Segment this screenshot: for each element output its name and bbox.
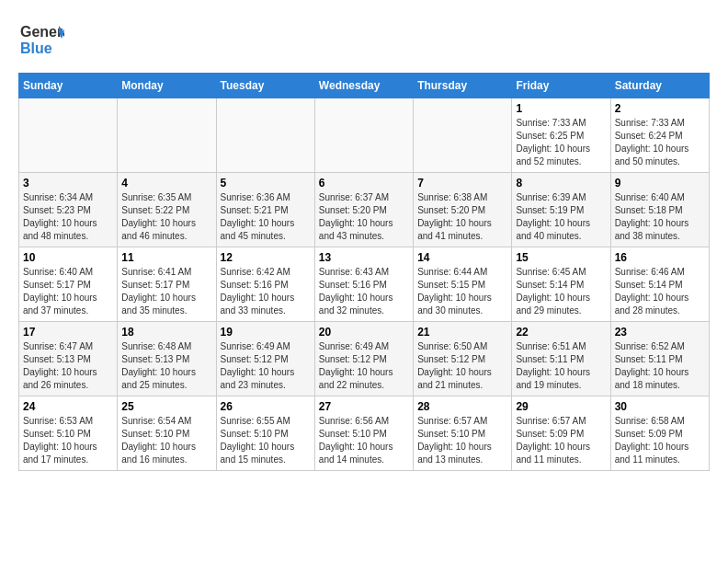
day-info: Sunrise: 6:36 AMSunset: 5:21 PMDaylight:… bbox=[221, 191, 311, 243]
day-number: 14 bbox=[417, 251, 507, 264]
calendar-cell: 13Sunrise: 6:43 AMSunset: 5:16 PMDayligh… bbox=[314, 247, 413, 322]
day-number: 18 bbox=[121, 326, 211, 339]
day-info: Sunrise: 6:48 AMSunset: 5:13 PMDaylight:… bbox=[121, 340, 211, 392]
calendar-cell: 1Sunrise: 7:33 AMSunset: 6:25 PMDaylight… bbox=[512, 98, 610, 173]
day-number: 29 bbox=[516, 400, 606, 413]
day-number: 15 bbox=[516, 251, 606, 264]
day-info: Sunrise: 6:38 AMSunset: 5:20 PMDaylight:… bbox=[417, 191, 507, 243]
day-number: 17 bbox=[23, 326, 113, 339]
day-number: 23 bbox=[615, 326, 705, 339]
calendar-cell bbox=[314, 98, 413, 173]
calendar-cell: 17Sunrise: 6:47 AMSunset: 5:13 PMDayligh… bbox=[19, 322, 118, 396]
weekday-header-thursday: Thursday bbox=[414, 74, 512, 98]
svg-text:Blue: Blue bbox=[20, 40, 52, 56]
calendar-cell: 2Sunrise: 7:33 AMSunset: 6:24 PMDaylight… bbox=[610, 98, 709, 173]
calendar-cell: 19Sunrise: 6:49 AMSunset: 5:12 PMDayligh… bbox=[216, 322, 314, 396]
calendar-week-2: 3Sunrise: 6:34 AMSunset: 5:23 PMDaylight… bbox=[19, 173, 710, 247]
day-number: 11 bbox=[121, 251, 211, 264]
day-number: 16 bbox=[615, 251, 705, 264]
calendar-table: SundayMondayTuesdayWednesdayThursdayFrid… bbox=[18, 73, 710, 471]
calendar-cell: 7Sunrise: 6:38 AMSunset: 5:20 PMDaylight… bbox=[414, 173, 512, 247]
calendar-cell: 16Sunrise: 6:46 AMSunset: 5:14 PMDayligh… bbox=[610, 247, 709, 322]
calendar-week-5: 24Sunrise: 6:53 AMSunset: 5:10 PMDayligh… bbox=[19, 396, 710, 471]
day-number: 27 bbox=[319, 400, 409, 413]
calendar-cell: 15Sunrise: 6:45 AMSunset: 5:14 PMDayligh… bbox=[512, 247, 610, 322]
calendar-cell: 11Sunrise: 6:41 AMSunset: 5:17 PMDayligh… bbox=[118, 247, 216, 322]
day-info: Sunrise: 6:49 AMSunset: 5:12 PMDaylight:… bbox=[221, 340, 311, 392]
day-info: Sunrise: 6:39 AMSunset: 5:19 PMDaylight:… bbox=[516, 191, 606, 243]
day-number: 6 bbox=[319, 177, 409, 190]
calendar-cell: 26Sunrise: 6:55 AMSunset: 5:10 PMDayligh… bbox=[216, 396, 314, 471]
calendar-week-4: 17Sunrise: 6:47 AMSunset: 5:13 PMDayligh… bbox=[19, 322, 710, 396]
day-info: Sunrise: 6:41 AMSunset: 5:17 PMDaylight:… bbox=[121, 266, 211, 317]
calendar-cell bbox=[19, 98, 118, 173]
calendar-cell: 14Sunrise: 6:44 AMSunset: 5:15 PMDayligh… bbox=[414, 247, 512, 322]
calendar-cell: 12Sunrise: 6:42 AMSunset: 5:16 PMDayligh… bbox=[216, 247, 314, 322]
day-info: Sunrise: 6:40 AMSunset: 5:17 PMDaylight:… bbox=[23, 266, 113, 317]
day-info: Sunrise: 6:57 AMSunset: 5:10 PMDaylight:… bbox=[417, 415, 507, 466]
day-number: 20 bbox=[319, 326, 409, 339]
day-info: Sunrise: 6:42 AMSunset: 5:16 PMDaylight:… bbox=[221, 266, 311, 317]
weekday-header-saturday: Saturday bbox=[610, 74, 709, 98]
day-number: 7 bbox=[417, 177, 507, 190]
day-info: Sunrise: 6:55 AMSunset: 5:10 PMDaylight:… bbox=[221, 415, 311, 466]
header: General Blue bbox=[18, 18, 710, 63]
day-info: Sunrise: 6:54 AMSunset: 5:10 PMDaylight:… bbox=[121, 415, 211, 466]
day-number: 8 bbox=[516, 177, 606, 190]
logo: General Blue bbox=[18, 18, 64, 63]
day-info: Sunrise: 6:58 AMSunset: 5:09 PMDaylight:… bbox=[615, 415, 705, 466]
weekday-header-row: SundayMondayTuesdayWednesdayThursdayFrid… bbox=[19, 74, 710, 98]
calendar-cell: 22Sunrise: 6:51 AMSunset: 5:11 PMDayligh… bbox=[512, 322, 610, 396]
calendar-cell: 3Sunrise: 6:34 AMSunset: 5:23 PMDaylight… bbox=[19, 173, 118, 247]
day-number: 12 bbox=[221, 251, 311, 264]
day-number: 26 bbox=[221, 400, 311, 413]
day-number: 3 bbox=[23, 177, 113, 190]
calendar-cell: 4Sunrise: 6:35 AMSunset: 5:22 PMDaylight… bbox=[118, 173, 216, 247]
day-number: 13 bbox=[319, 251, 409, 264]
day-number: 21 bbox=[417, 326, 507, 339]
day-info: Sunrise: 6:56 AMSunset: 5:10 PMDaylight:… bbox=[319, 415, 409, 466]
calendar-week-3: 10Sunrise: 6:40 AMSunset: 5:17 PMDayligh… bbox=[19, 247, 710, 322]
day-number: 25 bbox=[121, 400, 211, 413]
calendar-cell: 28Sunrise: 6:57 AMSunset: 5:10 PMDayligh… bbox=[414, 396, 512, 471]
calendar-cell: 9Sunrise: 6:40 AMSunset: 5:18 PMDaylight… bbox=[610, 173, 709, 247]
day-number: 30 bbox=[615, 400, 705, 413]
weekday-header-monday: Monday bbox=[118, 74, 216, 98]
day-info: Sunrise: 6:51 AMSunset: 5:11 PMDaylight:… bbox=[516, 340, 606, 392]
day-info: Sunrise: 6:40 AMSunset: 5:18 PMDaylight:… bbox=[615, 191, 705, 243]
weekday-header-wednesday: Wednesday bbox=[314, 74, 413, 98]
calendar-cell: 24Sunrise: 6:53 AMSunset: 5:10 PMDayligh… bbox=[19, 396, 118, 471]
day-number: 1 bbox=[516, 102, 606, 115]
calendar-cell: 18Sunrise: 6:48 AMSunset: 5:13 PMDayligh… bbox=[118, 322, 216, 396]
day-number: 28 bbox=[417, 400, 507, 413]
day-number: 2 bbox=[615, 102, 705, 115]
day-number: 24 bbox=[23, 400, 113, 413]
day-number: 9 bbox=[615, 177, 705, 190]
weekday-header-friday: Friday bbox=[512, 74, 610, 98]
svg-text:General: General bbox=[20, 24, 64, 40]
day-number: 4 bbox=[121, 177, 211, 190]
logo-icon: General Blue bbox=[18, 18, 64, 60]
weekday-header-sunday: Sunday bbox=[19, 74, 118, 98]
day-info: Sunrise: 6:50 AMSunset: 5:12 PMDaylight:… bbox=[417, 340, 507, 392]
calendar-cell bbox=[118, 98, 216, 173]
calendar-cell: 23Sunrise: 6:52 AMSunset: 5:11 PMDayligh… bbox=[610, 322, 709, 396]
calendar-cell: 29Sunrise: 6:57 AMSunset: 5:09 PMDayligh… bbox=[512, 396, 610, 471]
calendar-cell: 27Sunrise: 6:56 AMSunset: 5:10 PMDayligh… bbox=[314, 396, 413, 471]
day-info: Sunrise: 6:35 AMSunset: 5:22 PMDaylight:… bbox=[121, 191, 211, 243]
day-info: Sunrise: 6:52 AMSunset: 5:11 PMDaylight:… bbox=[615, 340, 705, 392]
day-number: 5 bbox=[221, 177, 311, 190]
day-number: 19 bbox=[221, 326, 311, 339]
day-info: Sunrise: 6:37 AMSunset: 5:20 PMDaylight:… bbox=[319, 191, 409, 243]
day-info: Sunrise: 7:33 AMSunset: 6:25 PMDaylight:… bbox=[516, 117, 606, 168]
day-info: Sunrise: 6:43 AMSunset: 5:16 PMDaylight:… bbox=[319, 266, 409, 317]
calendar-cell: 30Sunrise: 6:58 AMSunset: 5:09 PMDayligh… bbox=[610, 396, 709, 471]
day-number: 22 bbox=[516, 326, 606, 339]
calendar-cell: 21Sunrise: 6:50 AMSunset: 5:12 PMDayligh… bbox=[414, 322, 512, 396]
calendar-cell: 8Sunrise: 6:39 AMSunset: 5:19 PMDaylight… bbox=[512, 173, 610, 247]
day-info: Sunrise: 7:33 AMSunset: 6:24 PMDaylight:… bbox=[615, 117, 705, 168]
day-number: 10 bbox=[23, 251, 113, 264]
day-info: Sunrise: 6:47 AMSunset: 5:13 PMDaylight:… bbox=[23, 340, 113, 392]
calendar-cell: 5Sunrise: 6:36 AMSunset: 5:21 PMDaylight… bbox=[216, 173, 314, 247]
calendar-cell: 6Sunrise: 6:37 AMSunset: 5:20 PMDaylight… bbox=[314, 173, 413, 247]
